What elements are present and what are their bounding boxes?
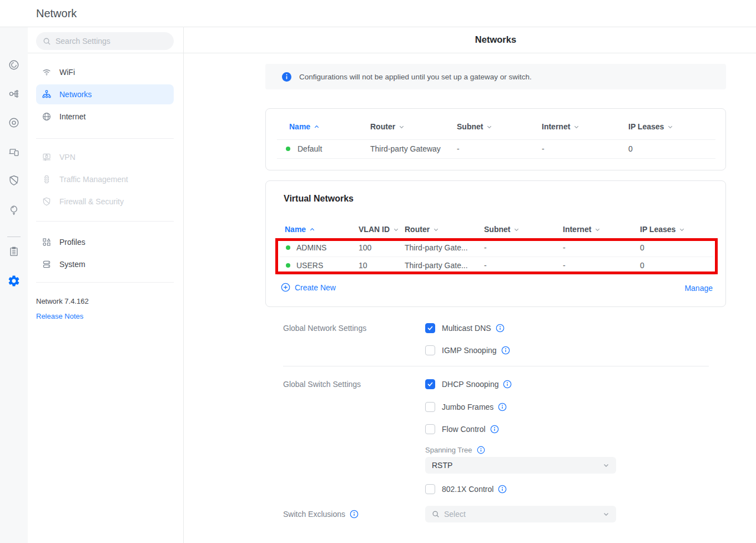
chevron-down-icon (603, 511, 609, 517)
networks-icon (42, 89, 52, 99)
devices-icon[interactable] (0, 115, 28, 130)
info-icon[interactable] (501, 346, 510, 355)
dot1x-control-checkbox[interactable] (425, 484, 435, 494)
column-label: Router (405, 225, 430, 234)
create-new-button[interactable]: Create New (281, 283, 336, 292)
traffic-light-icon (42, 174, 52, 184)
search-icon (43, 37, 51, 46)
release-notes-link[interactable]: Release Notes (36, 312, 83, 320)
jumbo-frames-option: Jumbo Frames (425, 401, 507, 413)
column-header-internet[interactable]: Internet (542, 122, 579, 131)
switch-exclusions-label: Switch Exclusions (283, 510, 345, 519)
cell-internet: - (542, 144, 545, 153)
security-shield-icon[interactable] (0, 173, 28, 188)
sidebar-item-label: Firewall & Security (59, 197, 124, 206)
switch-exclusions-placeholder: Select (444, 510, 466, 519)
sidebar-divider (36, 282, 174, 283)
column-label: Internet (563, 225, 591, 234)
clients-icon[interactable] (0, 144, 28, 159)
switch-exclusions-select[interactable]: Select (425, 506, 616, 522)
column-label: Name (285, 225, 306, 234)
global-network-settings-label: Global Network Settings (283, 324, 366, 333)
cell-vlan-id: 100 (359, 243, 371, 252)
insights-bulb-icon[interactable] (0, 203, 28, 217)
column-header-ip-leases[interactable]: IP Leases (628, 122, 673, 131)
column-header-ip-leases[interactable]: IP Leases (640, 225, 685, 234)
info-icon[interactable] (496, 324, 505, 333)
sidebar-item-profiles[interactable]: Profiles (36, 232, 174, 252)
spanning-tree-select[interactable]: RSTP (425, 457, 616, 474)
checkbox-label: Flow Control (442, 425, 486, 434)
multicast-dns-option: Multicast DNS (425, 323, 505, 334)
settings-gear-icon[interactable] (0, 274, 28, 288)
search-placeholder: Search Settings (56, 37, 110, 46)
status-dot-online (286, 147, 290, 151)
checkbox-label: 802.1X Control (442, 485, 493, 494)
cell-subnet: - (457, 144, 460, 153)
sidebar-item-label: Internet (59, 112, 85, 121)
section-divider (283, 366, 709, 366)
info-icon[interactable] (350, 510, 359, 519)
column-header-subnet[interactable]: Subnet (457, 122, 492, 131)
table-line (279, 257, 713, 257)
settings-sidebar: Search Settings WiFi Networks Internet (28, 27, 184, 543)
top-bar (0, 0, 756, 27)
cell-router: Third-party Gate... (405, 243, 468, 252)
internet-globe-icon (42, 112, 52, 122)
cell-name: ADMINS (296, 243, 326, 252)
cell-ip-leases: 0 (628, 144, 633, 153)
column-header-vlan-id[interactable]: VLAN ID (359, 225, 399, 234)
dhcp-snooping-checkbox[interactable] (425, 379, 435, 389)
global-switch-settings-label: Global Switch Settings (283, 380, 361, 389)
info-icon[interactable] (477, 446, 485, 454)
table-line (277, 158, 715, 159)
igmp-snooping-checkbox[interactable] (425, 345, 435, 355)
system-log-icon[interactable] (0, 244, 28, 259)
info-icon[interactable] (490, 425, 499, 434)
cell-name: USERS (296, 261, 323, 270)
dot1x-control-option: 802.1X Control (425, 484, 507, 495)
cell-vlan-id: 10 (359, 261, 367, 270)
status-dot-online (286, 245, 290, 250)
sidebar-item-internet[interactable]: Internet (36, 107, 174, 127)
info-banner: Configurations will not be applied until… (265, 64, 726, 89)
manage-link[interactable]: Manage (684, 284, 713, 293)
sidebar-item-system[interactable]: System (36, 254, 174, 274)
sidebar-item-label: Profiles (59, 238, 85, 247)
column-header-internet[interactable]: Internet (563, 225, 601, 234)
multicast-dns-checkbox[interactable] (425, 323, 435, 333)
info-filled-icon (282, 72, 291, 82)
dashboard-icon[interactable] (0, 58, 28, 72)
create-new-label: Create New (295, 283, 336, 292)
flow-control-option: Flow Control (425, 424, 499, 435)
column-header-name[interactable]: Name (285, 225, 315, 234)
system-icon (42, 259, 52, 269)
checkbox-label: IGMP Snooping (442, 346, 497, 355)
cell-ip-leases: 0 (640, 261, 644, 270)
column-header-router[interactable]: Router (370, 122, 405, 131)
sidebar-divider (36, 221, 174, 222)
column-label: Internet (542, 122, 570, 131)
checkbox-label: DHCP Snooping (442, 380, 498, 389)
sort-chevron-icon (679, 227, 685, 233)
sidebar-rule (28, 53, 183, 53)
dhcp-snooping-option: DHCP Snooping (425, 379, 512, 390)
sort-chevron-icon (486, 124, 492, 130)
column-header-router[interactable]: Router (405, 225, 439, 234)
table-line (277, 239, 715, 239)
column-header-subnet[interactable]: Subnet (484, 225, 520, 234)
info-icon[interactable] (498, 403, 507, 411)
cell-internet: - (563, 261, 566, 270)
cell-name: Default (298, 144, 322, 153)
topology-icon[interactable] (0, 87, 28, 101)
status-dot-online (286, 263, 290, 268)
flow-control-checkbox[interactable] (425, 424, 435, 434)
info-icon[interactable] (498, 485, 507, 494)
sidebar-item-networks[interactable]: Networks (36, 84, 174, 104)
search-input[interactable]: Search Settings (36, 32, 174, 50)
spanning-tree-value: RSTP (432, 461, 452, 470)
sidebar-item-wifi[interactable]: WiFi (36, 62, 174, 82)
column-header-name[interactable]: Name (289, 122, 320, 131)
jumbo-frames-checkbox[interactable] (425, 402, 435, 412)
info-icon[interactable] (503, 380, 512, 389)
